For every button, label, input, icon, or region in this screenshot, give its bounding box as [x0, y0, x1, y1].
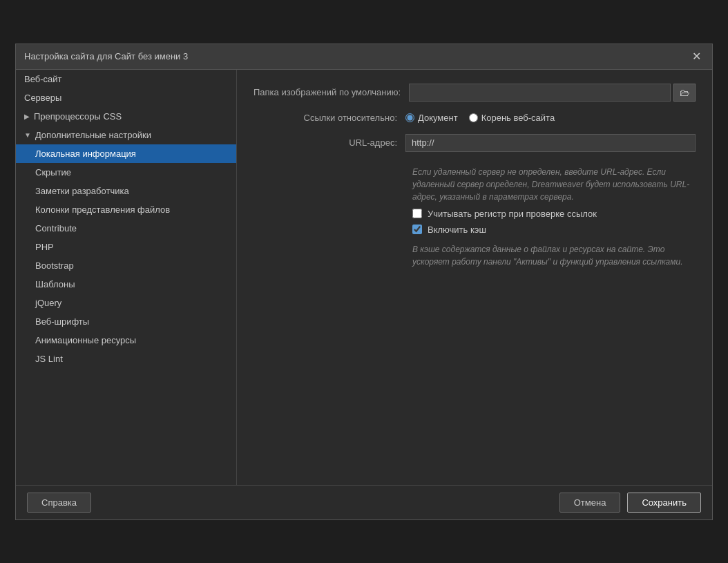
radio-document-text: Документ [418, 113, 458, 123]
url-hint-text: Если удаленный сервер не определен, введ… [253, 166, 696, 203]
default-images-label: Папка изображений по умолчанию: [253, 87, 409, 97]
case-sensitive-label[interactable]: Учитывать регистр при проверке ссылок [412, 209, 597, 219]
radio-site-root-label[interactable]: Корень веб-сайта [469, 113, 555, 123]
radio-document[interactable] [405, 113, 414, 122]
sidebar-item-advanced-settings[interactable]: ▼Дополнительные настройки [16, 126, 236, 144]
radio-site-root-text: Корень веб-сайта [481, 113, 555, 123]
sidebar-label-animated-resources: Анимационные ресурсы [35, 335, 136, 345]
close-button[interactable]: ✕ [689, 50, 704, 64]
sidebar-item-js-lint[interactable]: JS Lint [16, 350, 236, 368]
cache-checkbox[interactable] [412, 225, 422, 234]
radio-site-root[interactable] [469, 113, 478, 122]
sidebar-item-php[interactable]: PHP [16, 238, 236, 256]
case-sensitive-row: Учитывать регистр при проверке ссылок [253, 209, 696, 219]
default-images-control: 🗁 [409, 84, 696, 102]
radio-group: Документ Корень веб-сайта [405, 113, 555, 123]
sidebar-label-servers: Серверы [24, 93, 61, 103]
sidebar-label-js-lint: JS Lint [35, 354, 63, 364]
sidebar-label-local-info: Локальная информация [35, 149, 136, 159]
dialog-body: Веб-сайтСерверы▶Препроцессоры CSS▼Дополн… [16, 70, 712, 485]
links-relative-control: Документ Корень веб-сайта [405, 113, 696, 123]
footer-right: Отмена Сохранить [559, 493, 701, 513]
sidebar-label-contribute: Contribute [35, 223, 77, 233]
sidebar-item-dev-notes[interactable]: Заметки разработчика [16, 182, 236, 200]
sidebar-label-hidden: Скрытие [35, 167, 71, 178]
default-images-input[interactable] [409, 84, 671, 102]
cache-text: Включить кэш [428, 225, 486, 235]
sidebar-item-hidden[interactable]: Скрытие [16, 163, 236, 182]
sidebar-item-servers[interactable]: Серверы [16, 88, 236, 107]
sidebar-label-jquery: jQuery [35, 298, 61, 308]
content-area: Папка изображений по умолчанию: 🗁 Ссылки… [237, 70, 712, 485]
url-address-label: URL-адрес: [253, 137, 405, 148]
sidebar-arrow-advanced-settings: ▼ [24, 131, 31, 139]
sidebar-label-bootstrap: Bootstrap [35, 260, 74, 271]
case-sensitive-text: Учитывать регистр при проверке ссылок [428, 209, 597, 219]
url-address-control [405, 134, 696, 152]
sidebar-label-file-view-columns: Колонки представления файлов [35, 204, 170, 215]
cancel-button[interactable]: Отмена [559, 493, 621, 513]
sidebar-label-dev-notes: Заметки разработчика [35, 186, 129, 196]
sidebar-item-web-fonts[interactable]: Веб-шрифты [16, 312, 236, 331]
cache-label[interactable]: Включить кэш [412, 225, 486, 235]
title-bar: Настройка сайта для Сайт без имени 3 ✕ [16, 44, 712, 70]
sidebar-item-file-view-columns[interactable]: Колонки представления файлов [16, 200, 236, 219]
save-button[interactable]: Сохранить [627, 493, 701, 513]
sidebar-item-css-preprocessors[interactable]: ▶Препроцессоры CSS [16, 107, 236, 126]
cache-row: Включить кэш [253, 225, 696, 235]
sidebar-item-website[interactable]: Веб-сайт [16, 70, 236, 88]
browse-folder-button[interactable]: 🗁 [673, 84, 696, 102]
links-relative-row: Ссылки относительно: Документ Корень веб… [253, 113, 696, 123]
sidebar-item-contribute[interactable]: Contribute [16, 219, 236, 238]
help-button[interactable]: Справка [27, 493, 91, 513]
url-address-input[interactable] [405, 134, 696, 152]
sidebar-label-website: Веб-сайт [24, 74, 61, 84]
sidebar-label-css-preprocessors: Препроцессоры CSS [34, 111, 122, 122]
sidebar-item-templates[interactable]: Шаблоны [16, 275, 236, 294]
links-relative-label: Ссылки относительно: [253, 113, 405, 123]
sidebar-label-advanced-settings: Дополнительные настройки [35, 130, 151, 140]
sidebar-label-php: PHP [35, 242, 54, 252]
sidebar-item-animated-resources[interactable]: Анимационные ресурсы [16, 331, 236, 350]
radio-document-label[interactable]: Документ [405, 113, 458, 123]
sidebar-label-templates: Шаблоны [35, 279, 75, 289]
sidebar-item-jquery[interactable]: jQuery [16, 294, 236, 312]
sidebar-item-bootstrap[interactable]: Bootstrap [16, 256, 236, 275]
default-images-row: Папка изображений по умолчанию: 🗁 [253, 84, 696, 102]
case-sensitive-checkbox[interactable] [412, 209, 422, 218]
url-address-row: URL-адрес: [253, 134, 696, 152]
main-dialog: Настройка сайта для Сайт без имени 3 ✕ В… [15, 44, 713, 520]
sidebar-label-web-fonts: Веб-шрифты [35, 316, 89, 327]
dialog-title: Настройка сайта для Сайт без имени 3 [24, 51, 188, 61]
cache-hint-text: В кэше содержатся данные о файлах и ресу… [253, 243, 696, 268]
sidebar: Веб-сайтСерверы▶Препроцессоры CSS▼Дополн… [16, 70, 237, 485]
dialog-footer: Справка Отмена Сохранить [16, 485, 712, 519]
sidebar-item-local-info[interactable]: Локальная информация [16, 144, 236, 163]
sidebar-arrow-css-preprocessors: ▶ [24, 113, 30, 120]
